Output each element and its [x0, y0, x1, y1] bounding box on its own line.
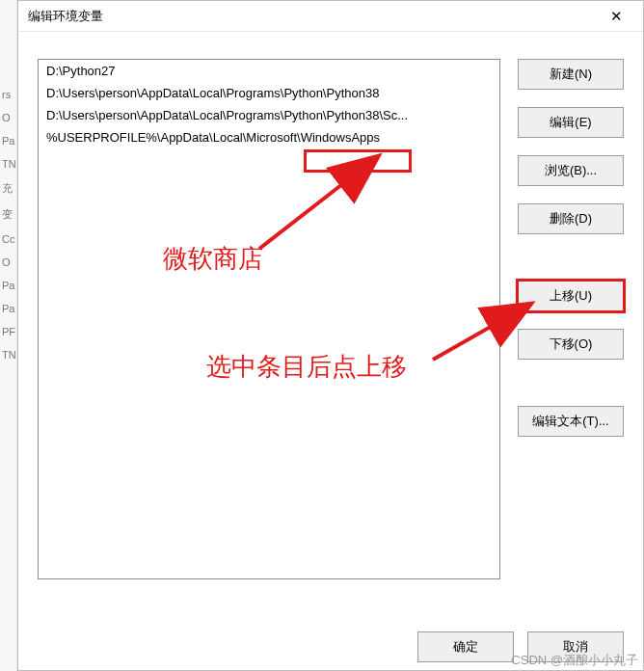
move-up-button[interactable]: 上移(U): [518, 281, 624, 311]
list-item[interactable]: %USERPROFILE%\AppData\Local\Microsoft\Wi…: [39, 126, 499, 148]
edit-text-button[interactable]: 编辑文本(T)...: [518, 406, 624, 437]
close-button[interactable]: ✕: [597, 3, 635, 30]
ok-button[interactable]: 确定: [417, 631, 514, 662]
close-icon: ✕: [610, 8, 623, 25]
new-button[interactable]: 新建(N): [518, 59, 624, 90]
path-listbox[interactable]: D:\Python27 D:\Users\person\AppData\Loca…: [38, 59, 500, 579]
titlebar: 编辑环境变量 ✕: [18, 1, 643, 32]
list-item[interactable]: D:\Python27: [39, 60, 499, 82]
background-window-fragment: rs O Pa TN 充 变 Cc O Pa Pa PF TN: [0, 0, 17, 671]
move-down-button[interactable]: 下移(O): [518, 329, 624, 360]
dialog-content: D:\Python27 D:\Users\person\AppData\Loca…: [18, 32, 643, 639]
edit-env-var-dialog: 编辑环境变量 ✕ D:\Python27 D:\Users\person\App…: [17, 0, 644, 671]
watermark: CSDN @酒酿小小丸子: [511, 652, 638, 669]
list-item[interactable]: D:\Users\person\AppData\Local\Programs\P…: [39, 104, 499, 126]
button-column: 新建(N) 编辑(E) 浏览(B)... 删除(D) 上移(U) 下移(O) 编…: [518, 59, 624, 454]
browse-button[interactable]: 浏览(B)...: [518, 155, 624, 186]
window-title: 编辑环境变量: [28, 8, 103, 25]
edit-button[interactable]: 编辑(E): [518, 107, 624, 138]
list-item[interactable]: D:\Users\person\AppData\Local\Programs\P…: [39, 82, 499, 104]
delete-button[interactable]: 删除(D): [518, 203, 624, 234]
